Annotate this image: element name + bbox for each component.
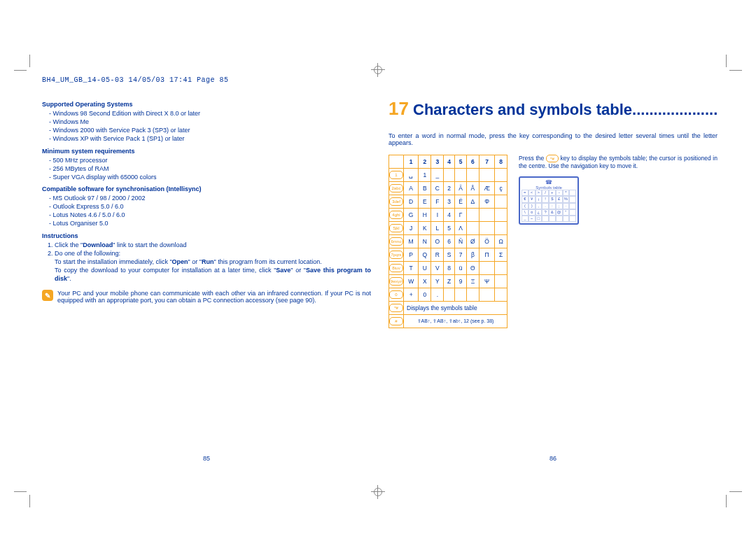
list-item: 256 MBytes of RAM: [49, 164, 371, 173]
table-row: 4ghiGHI4Γ: [389, 209, 507, 222]
table-cell: E: [419, 195, 431, 209]
heading-sw: Compatible software for synchronisation …: [42, 185, 371, 192]
screen-cell: €: [522, 196, 528, 202]
screen-grid: =<>/+-*€¥¡!$£%(),.:;·\¤¿?&@"_~□: [522, 190, 576, 222]
table-cell: [444, 169, 455, 182]
table-cell: ç: [495, 182, 507, 195]
table-cell: [466, 169, 479, 182]
screen-cell: @: [556, 209, 563, 216]
table-cell: K: [419, 222, 431, 235]
heading-req: Minimum system requirements: [42, 148, 371, 155]
table-cell: C: [431, 182, 444, 195]
table-cell: β: [466, 248, 479, 262]
page-85: Supported Operating Systems Windows 98 S…: [42, 98, 371, 462]
table-cell: I: [431, 209, 444, 222]
table-cell: Ψ: [479, 275, 494, 288]
table-cell: Æ: [479, 182, 494, 195]
table-header: 6: [466, 155, 479, 169]
table-cell: N: [419, 235, 431, 248]
key-icon: 4ghi: [389, 211, 403, 219]
table-cell: B: [419, 182, 431, 195]
table-cell: X: [419, 275, 431, 288]
table-cell: J: [404, 222, 419, 235]
table-cell: [495, 169, 507, 182]
key-icon: *#: [546, 155, 559, 162]
table-cell: Y: [431, 275, 444, 288]
screen-cell: ¿: [536, 209, 542, 216]
table-cell: 0: [419, 288, 431, 302]
table-cell: +: [404, 288, 419, 302]
screen-cell: ·: [563, 203, 570, 209]
table-cell: [444, 288, 455, 302]
table-cell: [466, 209, 479, 222]
table-cell: É: [455, 195, 467, 209]
key-icon: #: [389, 317, 403, 325]
key-icon: 6mno: [389, 237, 403, 246]
table-cell: R: [431, 248, 444, 262]
key-icon: 0: [389, 290, 403, 299]
table-cell: [495, 195, 507, 209]
table-row: 0+0.: [389, 288, 507, 302]
screen-cell: >: [536, 190, 542, 196]
table-header: 2: [419, 155, 431, 169]
key-icon: 3def: [389, 197, 403, 206]
table-cell: [495, 275, 507, 288]
table-cell: Ñ: [455, 235, 467, 248]
screen-cell: -: [556, 190, 563, 196]
screen-cell: □: [536, 216, 542, 222]
table-cell: D: [404, 195, 419, 209]
list-item: Lotus Notes 4.6 / 5.0 / 6.0: [49, 211, 371, 219]
table-cell: T: [404, 262, 419, 275]
table-cell: [479, 169, 494, 182]
table-cell: 3: [444, 195, 455, 209]
screen-cell: .: [542, 203, 549, 209]
table-cell: P: [404, 248, 419, 262]
table-cell: Ø: [466, 235, 479, 248]
table-cell: [495, 262, 507, 275]
screen-cell: ¥: [528, 196, 536, 202]
chapter-number: 17: [388, 98, 409, 119]
table-header: 4: [444, 155, 455, 169]
list-item: Windows Me: [49, 118, 371, 126]
table-cell: Δ: [466, 195, 479, 209]
table-cell: Displays the symbols table: [404, 302, 507, 315]
table-cell: 6: [444, 235, 455, 248]
heading-os: Supported Operating Systems: [42, 101, 371, 108]
table-cell: 9: [455, 275, 467, 288]
list-item: Super VGA display with 65000 colors: [49, 173, 371, 181]
table-cell: Θ: [466, 262, 479, 275]
list-item: Windows XP with Service Pack 1 (SP1) or …: [49, 134, 371, 143]
list-req: 500 MHz processor 256 MBytes of RAM Supe…: [42, 156, 371, 181]
screen-cell: \: [522, 209, 528, 216]
screen-cell: &: [549, 209, 556, 216]
table-row: #⇧AB↑, ⇧AB↑, ⇧ab↑, 12 (see p. 38): [389, 315, 507, 328]
page-86: 17 Characters and symbols table.........…: [388, 98, 718, 462]
table-row: 5jklJKL5Λ: [389, 222, 507, 235]
table-cell: Φ: [479, 195, 494, 209]
table-cell: Π: [479, 248, 494, 262]
list-sw: MS Outlook 97 / 98 / 2000 / 2002 Outlook…: [42, 194, 371, 228]
screen-cell: _: [522, 216, 528, 222]
table-header: 7: [479, 155, 494, 169]
table-row: 9wxyzWXYZ9ΞΨ: [389, 275, 507, 288]
table-cell: [455, 169, 467, 182]
screen-cell: (: [522, 203, 528, 209]
table-cell: O: [431, 235, 444, 248]
table-row: 6mnoMNO6ÑØÖΩ: [389, 235, 507, 248]
list-item: Lotus Organiser 5.0: [49, 219, 371, 227]
screen-cell: %: [563, 196, 570, 202]
table-cell: _: [431, 169, 444, 182]
table-cell: Ä: [455, 182, 467, 195]
table-cell: 4: [444, 209, 455, 222]
key-icon: 5jkl: [389, 224, 403, 232]
table-cell: 1: [419, 169, 431, 182]
table-cell: 2: [444, 182, 455, 195]
screen-cell: [569, 216, 576, 222]
table-row: 1␣1_: [389, 169, 507, 182]
table-row: 7pqrsPQRS7βΠΣ: [389, 248, 507, 262]
list-item: MS Outlook 97 / 98 / 2000 / 2002: [49, 194, 371, 202]
table-cell: [495, 288, 507, 302]
table-cell: S: [444, 248, 455, 262]
chapter-title: 17 Characters and symbols table.........…: [388, 98, 718, 120]
list-item: 500 MHz processor: [49, 156, 371, 164]
